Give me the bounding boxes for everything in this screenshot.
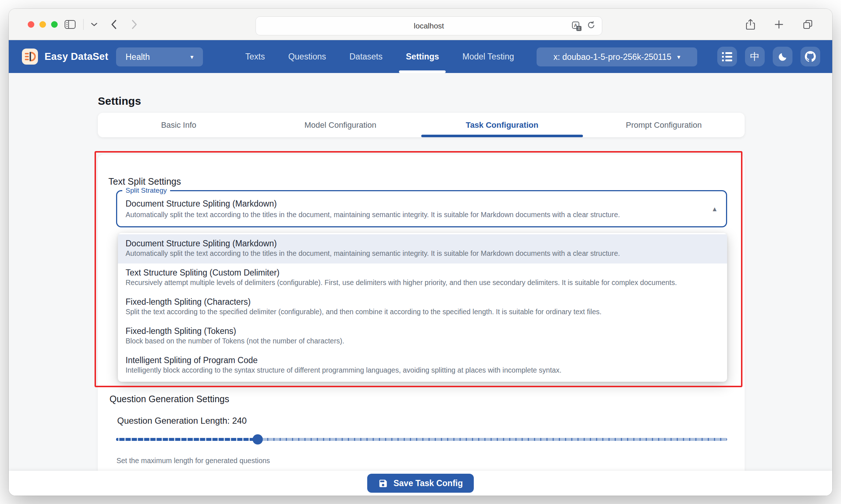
moon-icon [778,52,788,62]
option-description: Automatically split the text according t… [126,249,718,258]
nav-item-model-testing[interactable]: Model Testing [462,40,514,73]
language-toggle-button[interactable]: 中 [745,47,765,66]
split-strategy-option[interactable]: Fixed-length Spliting (Characters) Split… [118,293,727,322]
footer-bar: Save Task Config [9,471,832,496]
new-tab-icon[interactable] [774,19,784,30]
model-selector[interactable]: x: doubao-1-5-pro-256k-250115 ▾ [537,47,697,66]
task-configuration-card: Text Split Settings Split Strategy Docum… [98,154,745,471]
close-window-button[interactable] [28,21,34,28]
app-header: Easy DataSet Health ▾ Texts Questions Da… [9,40,832,73]
window-controls [28,9,58,40]
selected-option-title: Document Structure Spliting (Markdown) [126,199,277,209]
project-selector[interactable]: Health ▾ [116,47,203,66]
caret-down-icon: ▾ [190,53,193,61]
selected-option-description: Automatically split the text according t… [126,211,620,219]
split-strategy-label: Split Strategy [122,186,170,195]
nav-item-datasets[interactable]: Datasets [349,40,383,73]
save-icon [378,478,388,488]
option-description: Split the text according to the specifie… [126,307,718,317]
sidebar-icon[interactable] [64,20,76,29]
zoom-window-button[interactable] [51,21,58,28]
toolbar-divider [83,19,84,30]
language-icon: 中 [750,50,760,63]
page-title: Settings [98,95,141,107]
option-title: Document Structure Spliting (Markdown) [126,238,718,249]
option-description: Block based on the number of Tokens (not… [126,336,718,346]
app-name: Easy DataSet [45,40,108,73]
split-strategy-select[interactable]: Split Strategy Document Structure Spliti… [116,190,727,227]
option-title: Fixed-length Spliting (Characters) [126,297,718,307]
option-title: Text Structure Spliting (Custom Delimite… [126,268,718,278]
question-length-slider[interactable] [116,434,727,445]
slider-fill [116,438,258,441]
split-strategy-option[interactable]: Intelligent Spliting of Program Code Int… [118,351,727,380]
dark-mode-button[interactable] [773,47,792,66]
project-selector-value: Health [126,52,150,62]
save-task-config-button[interactable]: Save Task Config [367,474,474,493]
option-description: Intelligently block according to the syn… [126,365,718,375]
url-text: localhost [414,22,444,30]
question-generation-settings-title: Question Generation Settings [110,394,229,404]
share-icon[interactable] [745,19,756,30]
nav-item-settings[interactable]: Settings [406,40,439,73]
nav-item-questions[interactable]: Questions [288,40,326,73]
text-split-settings-title: Text Split Settings [108,176,181,187]
task-list-button[interactable] [717,47,737,66]
github-icon [805,51,816,62]
tab-task-configuration[interactable]: Task Configuration [421,113,583,137]
translate-icon[interactable]: A 文 [572,22,581,30]
forward-button[interactable] [131,19,138,30]
github-button[interactable] [800,47,820,66]
settings-page: Settings Basic Info Model Configuration … [9,73,832,471]
easy-dataset-logo-icon [22,49,38,65]
minimize-window-button[interactable] [39,21,46,28]
back-button[interactable] [111,19,117,30]
tab-basic-info[interactable]: Basic Info [98,113,260,137]
tab-overview-icon[interactable] [802,19,813,30]
split-strategy-option[interactable]: Document Structure Spliting (Markdown) A… [118,234,727,263]
option-title: Intelligent Spliting of Program Code [126,355,718,365]
option-description: Recursively attempt multiple levels of d… [126,278,718,288]
save-button-label: Save Task Config [393,478,463,488]
tab-model-configuration[interactable]: Model Configuration [260,113,421,137]
address-bar[interactable]: localhost A 文 [256,16,602,35]
caret-down-icon: ▾ [677,53,680,61]
split-strategy-dropdown: Document Structure Spliting (Markdown) A… [118,233,727,382]
chevron-down-icon[interactable] [91,22,97,27]
chevron-up-icon: ▴ [713,204,717,213]
reload-icon[interactable] [587,20,596,32]
question-length-helper: Set the maximum length for generated que… [116,457,270,465]
browser-toolbar: localhost A 文 [9,9,832,40]
tab-prompt-configuration[interactable]: Prompt Configuration [583,113,745,137]
question-generation-length-label: Question Generation Length: 240 [117,416,247,426]
split-strategy-option[interactable]: Fixed-length Spliting (Tokens) Block bas… [118,322,727,351]
option-title: Fixed-length Spliting (Tokens) [126,326,718,336]
list-icon [722,52,732,61]
slider-thumb[interactable] [253,434,263,445]
model-selector-value: x: doubao-1-5-pro-256k-250115 [553,52,671,62]
main-nav: Texts Questions Datasets Settings Model … [245,40,514,73]
browser-window: localhost A 文 [9,9,832,496]
split-strategy-option[interactable]: Text Structure Spliting (Custom Delimite… [118,263,727,293]
nav-item-texts[interactable]: Texts [245,40,265,73]
settings-tabs: Basic Info Model Configuration Task Conf… [98,113,745,137]
